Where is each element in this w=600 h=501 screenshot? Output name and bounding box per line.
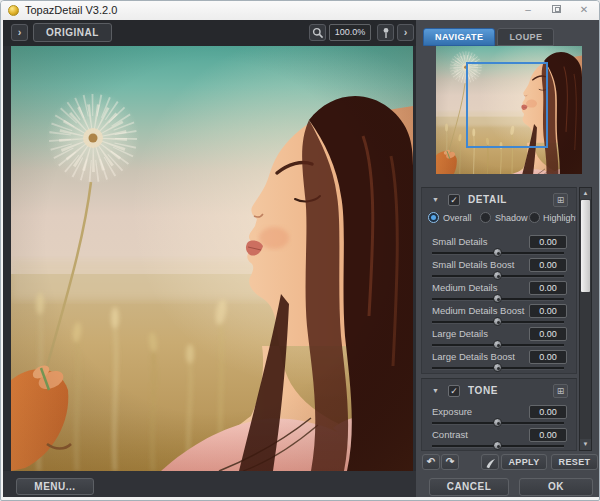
slider-row-exposure: Exposure 0.00 [422, 405, 576, 428]
cancel-button[interactable]: CANCEL [429, 478, 509, 496]
slider-value-box[interactable]: 0.00 [529, 235, 567, 249]
tone-section: ▼ ✓ TONE ⊞ Exposure 0.00 Contrast 0.00 [421, 378, 577, 451]
panel-scrollbar[interactable]: ▲ ▼ [579, 187, 592, 451]
slider-value-box[interactable]: 0.00 [529, 350, 567, 364]
tone-enabled-checkbox[interactable]: ✓ [448, 385, 460, 397]
tab-loupe[interactable]: LOUPE [497, 28, 554, 46]
tone-section-title: TONE [468, 385, 498, 396]
collapse-left-panel-button[interactable]: › [11, 24, 28, 41]
slider-row-medium-details-boost: Medium Details Boost 0.00 [422, 304, 576, 327]
scroll-up-icon[interactable]: ▲ [580, 188, 591, 199]
detail-mode-radios: Overall Shadow Highlight [422, 212, 576, 226]
slider-value-box[interactable]: 0.00 [529, 304, 567, 318]
reset-label: RESET [558, 457, 590, 467]
slider-handle[interactable] [493, 271, 502, 280]
magnifier-icon [312, 27, 324, 39]
close-icon[interactable]: ✕ [577, 4, 591, 16]
slider-value-box[interactable]: 0.00 [529, 327, 567, 341]
main-content: › ORIGINAL 100.0% › [3, 20, 599, 497]
minimize-icon[interactable]: – [521, 4, 535, 16]
slider-track[interactable] [432, 422, 564, 424]
original-toggle-button[interactable]: ORIGINAL [33, 23, 112, 42]
next-view-button[interactable]: › [397, 24, 414, 41]
zoom-tool-button[interactable] [309, 24, 326, 41]
slider-track[interactable] [432, 344, 564, 346]
slider-label: Exposure [432, 406, 472, 417]
radio-shadow-label: Shadow [495, 213, 528, 223]
collapse-triangle-icon[interactable]: ▼ [432, 196, 439, 203]
slider-handle[interactable] [493, 248, 502, 257]
slider-handle[interactable] [493, 418, 502, 427]
detail-enabled-checkbox[interactable]: ✓ [448, 194, 460, 206]
slider-handle[interactable] [493, 317, 502, 326]
original-label: ORIGINAL [46, 27, 99, 38]
slider-value-box[interactable]: 0.00 [529, 405, 567, 419]
preview-tabs: NAVIGATE LOUPE [423, 28, 554, 46]
slider-handle[interactable] [493, 363, 502, 372]
scroll-down-icon[interactable]: ▼ [580, 439, 591, 450]
collapse-triangle-icon[interactable]: ▼ [432, 387, 439, 394]
zoom-level-input[interactable]: 100.0% [329, 24, 371, 41]
cancel-label: CANCEL [447, 481, 492, 492]
slider-row-small-details-boost: Small Details Boost 0.00 [422, 258, 576, 281]
slider-row-medium-details: Medium Details 0.00 [422, 281, 576, 304]
maximize-icon[interactable] [549, 4, 563, 16]
slider-label: Medium Details Boost [432, 305, 524, 316]
slider-label: Medium Details [432, 282, 497, 293]
slider-track[interactable] [432, 445, 564, 447]
snapshot-button[interactable] [481, 454, 499, 470]
slider-row-contrast: Contrast 0.00 [422, 428, 576, 451]
reset-button[interactable]: RESET [551, 454, 598, 470]
menu-label: MENU... [34, 481, 75, 492]
ok-button[interactable]: OK [519, 478, 593, 496]
navigator-thumbnail[interactable] [436, 46, 582, 174]
slider-track[interactable] [432, 275, 564, 277]
app-icon [8, 5, 19, 16]
tone-section-header: ▼ ✓ TONE ⊞ [422, 384, 576, 400]
slider-label: Large Details [432, 328, 488, 339]
scrollbar-thumb[interactable] [581, 200, 590, 292]
slider-row-large-details: Large Details 0.00 [422, 327, 576, 350]
radio-shadow[interactable] [480, 212, 491, 223]
snapshot-icon [484, 457, 496, 469]
right-panel: NAVIGATE LOUPE ▼ ✓ DETAIL ⊞ O [416, 20, 599, 497]
slider-track[interactable] [432, 367, 564, 369]
slider-row-large-details-boost: Large Details Boost 0.00 [422, 350, 576, 373]
slider-value-box[interactable]: 0.00 [529, 258, 567, 272]
window-title: TopazDetail V3.2.0 [25, 4, 117, 16]
title-bar[interactable]: TopazDetail V3.2.0 – ✕ [1, 1, 599, 20]
slider-handle[interactable] [493, 441, 502, 450]
detail-section-header: ▼ ✓ DETAIL ⊞ [422, 193, 576, 209]
image-canvas[interactable] [11, 46, 413, 471]
chevron-right-icon: › [404, 26, 408, 38]
slider-handle[interactable] [493, 340, 502, 349]
panel-menu-icon[interactable]: ⊞ [553, 193, 568, 207]
slider-track[interactable] [432, 321, 564, 323]
apply-label: APPLY [508, 457, 539, 467]
radio-highlight[interactable] [529, 212, 540, 223]
radio-overall-label: Overall [443, 213, 472, 223]
slider-label: Small Details [432, 236, 487, 247]
pin-icon [381, 27, 391, 39]
navigator-viewport-rect[interactable] [466, 62, 548, 148]
slider-value-box[interactable]: 0.00 [529, 428, 567, 442]
pin-view-button[interactable] [377, 24, 394, 41]
slider-track[interactable] [432, 252, 564, 254]
undo-icon: ↶ [427, 456, 435, 467]
tab-navigate[interactable]: NAVIGATE [423, 28, 495, 46]
radio-overall[interactable] [428, 212, 439, 223]
apply-button[interactable]: APPLY [501, 454, 547, 470]
slider-track[interactable] [432, 298, 564, 300]
panel-menu-icon[interactable]: ⊞ [553, 384, 568, 398]
slider-handle[interactable] [493, 294, 502, 303]
redo-icon: ↷ [446, 456, 454, 467]
redo-button[interactable]: ↷ [441, 454, 459, 470]
detail-section-title: DETAIL [468, 194, 507, 205]
window-controls: – ✕ [521, 3, 591, 17]
undo-button[interactable]: ↶ [422, 454, 440, 470]
slider-value-box[interactable]: 0.00 [529, 281, 567, 295]
slider-row-small-details: Small Details 0.00 [422, 235, 576, 258]
photo-preview [11, 46, 413, 471]
menu-button[interactable]: MENU... [16, 478, 94, 495]
top-toolbar: › ORIGINAL 100.0% › [3, 20, 417, 46]
